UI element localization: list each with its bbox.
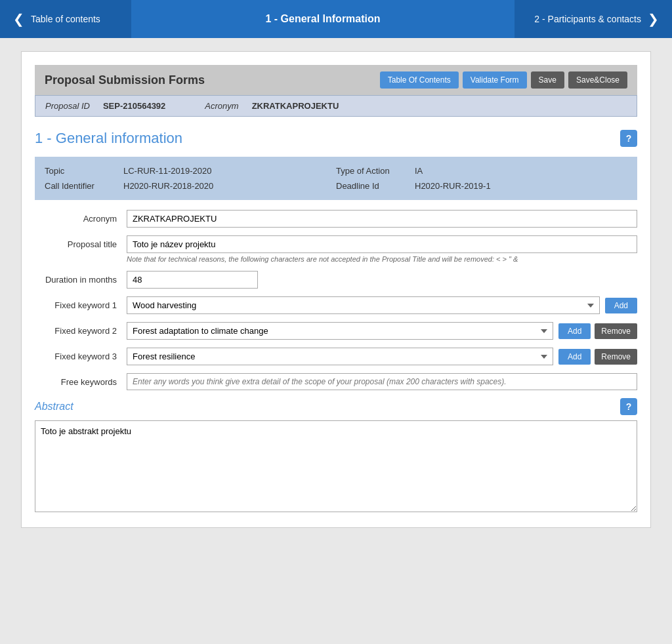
save-close-button[interactable]: Save&Close: [568, 71, 627, 89]
duration-row: Duration in months: [35, 271, 637, 289]
nav-toc[interactable]: ❮ Table of contents: [0, 0, 131, 38]
topic-item: Topic LC-RUR-11-2019-2020: [45, 166, 336, 176]
duration-field: [127, 271, 637, 289]
type-item: Type of Action IA: [336, 166, 627, 176]
toc-button[interactable]: Table Of Contents: [380, 71, 459, 89]
nav-next-section[interactable]: 2 - Participants & contacts ❯: [514, 0, 672, 38]
keyword1-buttons: Add: [605, 298, 637, 313]
form-header: Proposal Submission Forms Table Of Conte…: [35, 65, 637, 95]
deadline-item: Deadline Id H2020-RUR-2019-1: [336, 181, 627, 191]
form-title: Proposal Submission Forms: [45, 73, 205, 87]
info-row-1: Topic LC-RUR-11-2019-2020 Type of Action…: [45, 163, 627, 178]
free-keywords-label: Free keywords: [35, 373, 127, 388]
acronym-row: Acronym: [35, 210, 637, 228]
keyword2-add-button[interactable]: Add: [558, 323, 591, 339]
keyword2-label: Fixed keyword 2: [35, 326, 127, 336]
keyword1-label: Fixed keyword 1: [35, 300, 127, 310]
free-keywords-field: [127, 373, 637, 390]
proposal-id-value: SEP-210564392: [103, 101, 165, 111]
type-label: Type of Action: [336, 166, 415, 176]
keyword2-remove-button[interactable]: Remove: [595, 323, 637, 339]
keyword1-row: Fixed keyword 1 Wood harvesting Add: [35, 296, 637, 314]
acronym-input[interactable]: [127, 210, 637, 228]
main-content: Proposal Submission Forms Table Of Conte…: [0, 38, 672, 541]
duration-label: Duration in months: [35, 271, 127, 286]
acronym-header-label: Acronym: [205, 101, 238, 111]
info-row-2: Call Identifier H2020-RUR-2018-2020 Dead…: [45, 178, 627, 193]
keyword2-row: Fixed keyword 2 Forest adaptation to cli…: [35, 322, 637, 340]
abstract-heading: Abstract ?: [35, 398, 637, 415]
call-item: Call Identifier H2020-RUR-2018-2020: [45, 181, 336, 191]
keyword3-add-button[interactable]: Add: [558, 349, 591, 365]
keyword3-remove-button[interactable]: Remove: [595, 349, 637, 365]
section-title: 1 - General information: [35, 130, 182, 147]
free-keywords-input[interactable]: [127, 373, 637, 390]
proposal-id-row: Proposal ID SEP-210564392 Acronym ZKRATK…: [35, 95, 637, 117]
section-help-button[interactable]: ?: [620, 130, 637, 147]
call-value: H2020-RUR-2018-2020: [123, 181, 213, 191]
abstract-help-button[interactable]: ?: [620, 398, 637, 415]
proposal-title-input[interactable]: [127, 235, 637, 253]
keyword3-select[interactable]: Forest resilience: [127, 348, 553, 365]
type-value: IA: [415, 166, 423, 176]
proposal-title-label: Proposal title: [35, 235, 127, 251]
acronym-header-value: ZKRATKAPROJEKTU: [252, 101, 339, 111]
section-heading: 1 - General information ?: [35, 130, 637, 147]
duration-input[interactable]: [127, 271, 258, 289]
topic-label: Topic: [45, 166, 123, 176]
keyword1-select[interactable]: Wood harvesting: [127, 296, 600, 314]
keyword2-select[interactable]: Forest adaptation to climate change: [127, 322, 553, 340]
abstract-textarea[interactable]: Toto je abstrakt projektu: [35, 420, 637, 512]
toc-nav-label: Table of contents: [31, 14, 100, 24]
deadline-value: H2020-RUR-2019-1: [415, 181, 491, 191]
free-keywords-row: Free keywords: [35, 373, 637, 390]
nav-current-section: 1 - General Information: [131, 0, 514, 38]
proposal-title-row: Proposal title Note that for technical r…: [35, 235, 637, 263]
topic-value: LC-RUR-11-2019-2020: [123, 166, 211, 176]
left-arrow-icon: ❮: [13, 11, 24, 27]
abstract-label: Abstract: [35, 401, 74, 413]
acronym-field-label: Acronym: [35, 210, 127, 225]
save-button[interactable]: Save: [531, 71, 564, 89]
proposal-title-field: Note that for technical reasons, the fol…: [127, 235, 637, 263]
acronym-field: [127, 210, 637, 228]
current-section-label: 1 - General Information: [265, 13, 380, 25]
keyword3-buttons: Add Remove: [558, 349, 637, 365]
proposal-id-label: Proposal ID: [45, 101, 90, 111]
top-navigation: ❮ Table of contents 1 - General Informat…: [0, 0, 672, 38]
keyword1-add-button[interactable]: Add: [605, 298, 637, 313]
keyword3-label: Fixed keyword 3: [35, 352, 127, 361]
form-container: Proposal Submission Forms Table Of Conte…: [21, 51, 651, 528]
header-buttons: Table Of Contents Validate Form Save Sav…: [380, 71, 627, 89]
call-label: Call Identifier: [45, 181, 123, 191]
right-arrow-icon: ❯: [648, 11, 659, 27]
keyword2-buttons: Add Remove: [558, 323, 637, 339]
info-grid: Topic LC-RUR-11-2019-2020 Type of Action…: [35, 157, 637, 200]
deadline-label: Deadline Id: [336, 181, 415, 191]
keyword3-row: Fixed keyword 3 Forest resilience Add Re…: [35, 348, 637, 365]
validate-button[interactable]: Validate Form: [463, 71, 527, 89]
next-section-label: 2 - Participants & contacts: [534, 14, 641, 24]
proposal-title-note: Note that for technical reasons, the fol…: [127, 255, 637, 263]
